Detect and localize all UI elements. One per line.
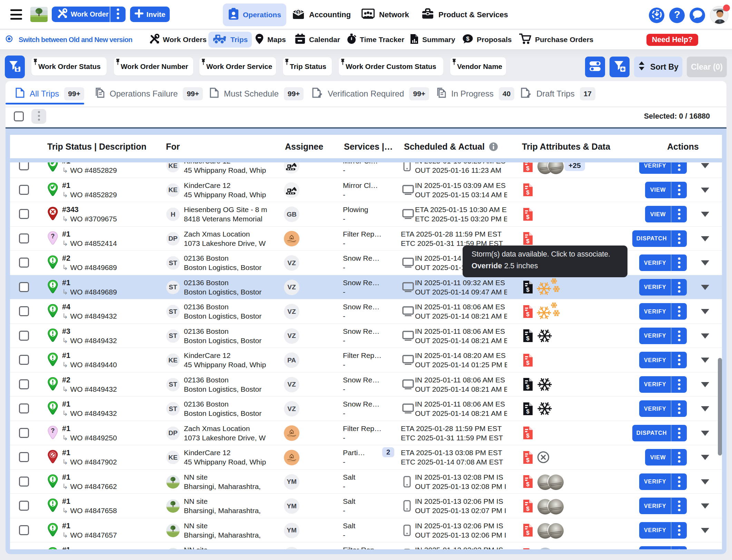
dispatch-button[interactable]: DISPATCH [632,425,687,441]
invoice-red-icon[interactable]: $ [523,523,533,537]
trip-photo[interactable] [537,547,552,550]
row-checkbox[interactable] [19,258,29,268]
action-kebab-button[interactable] [671,376,687,393]
expand-caret-icon[interactable] [701,503,709,509]
invoice-red-icon[interactable]: $ [523,450,533,464]
column-toggle-button[interactable] [585,57,605,77]
snowflake-icon[interactable] [537,401,553,417]
filter-chip-vendor-name[interactable]: Vendor Name [450,57,506,76]
filter-chip-trip-status[interactable]: Trip Status [283,57,332,76]
expand-caret-icon[interactable] [701,406,709,411]
nav-item-summary[interactable]: Summary [410,30,455,49]
trip-row[interactable]: #1↳ WO #4852829KEKinderCare 1245 Whippan… [10,162,722,178]
invoice-red-icon[interactable]: $ [523,304,533,319]
tab-draft-trips[interactable]: Draft Trips17 [521,81,595,107]
invoice-red-icon[interactable]: $ [523,231,533,246]
trip-row[interactable]: #1↳ WO #4847902KEKinderCare 1245 Whippan… [10,445,722,470]
expand-caret-icon[interactable] [701,455,709,460]
trip-row[interactable]: #1↳ WO #4847656NN siteBharsingi, Maharas… [10,542,722,549]
nav-item-purchase-orders[interactable]: Purchase Orders [519,30,593,49]
trip-row[interactable]: #2↳ WO #4849432ST02136 BostonBoston Logi… [10,372,722,397]
verify-button[interactable]: VERIFY [639,328,687,344]
cancel-circle-icon[interactable] [537,451,550,464]
top-menu-item-product-services[interactable]: Product & Services [422,0,508,29]
row-checkbox[interactable] [19,501,29,511]
snowflake-icon[interactable] [537,328,553,344]
action-kebab-button[interactable] [671,522,687,539]
saved-filters-button[interactable] [5,56,25,78]
trip-row[interactable]: #3↳ WO #4849432ST02136 BostonBoston Logi… [10,324,722,348]
action-kebab-button[interactable] [671,425,687,441]
tab-verification-required[interactable]: Verification Required99+ [312,81,429,107]
action-kebab-button[interactable] [671,254,687,271]
storm-tooltip[interactable]: Storm(s) data available. Click to associ… [463,246,627,277]
work-order-link[interactable]: ↳ WO #4849432 [62,337,117,345]
work-order-kebab-button[interactable] [110,7,126,22]
verify-button[interactable]: VERIFY [639,546,687,549]
trip-photos[interactable] [537,162,563,173]
invoice-red-icon[interactable]: $ [523,548,533,550]
row-checkbox[interactable] [19,525,29,535]
invoice-black-icon[interactable]: $ [523,402,533,416]
action-kebab-button[interactable] [671,400,687,417]
work-order-link[interactable]: ↳ WO #4852829 [62,191,117,199]
expand-caret-icon[interactable] [701,479,709,484]
expand-caret-icon[interactable] [701,309,709,314]
row-checkbox[interactable] [19,355,29,365]
need-help-button[interactable]: Need Help? [646,34,698,46]
invoice-red-icon[interactable]: $ [523,474,533,489]
view-button[interactable]: VIEW [645,182,687,198]
work-order-link[interactable]: ↳ WO #4849689 [62,288,117,296]
trip-row[interactable]: #1↳ WO #4847658NN siteBharsingi, Maharas… [10,494,722,518]
row-checkbox[interactable] [19,209,29,219]
action-kebab-button[interactable] [671,449,687,466]
top-menu-item-accounting[interactable]: $Accounting [292,0,351,29]
row-checkbox[interactable] [19,452,29,462]
invoice-red-icon[interactable]: $ [523,162,533,173]
row-checkbox[interactable] [19,185,29,195]
nav-item-maps[interactable]: Maps [255,30,286,49]
work-order-link[interactable]: ↳ WO #4847657 [62,531,117,539]
expand-caret-icon[interactable] [701,382,709,387]
row-checkbox[interactable] [19,233,29,243]
expand-caret-icon[interactable] [701,212,709,217]
invoice-red-icon[interactable]: $ [523,207,533,221]
trip-photos[interactable] [537,498,563,514]
action-kebab-button[interactable] [671,498,687,514]
expand-caret-icon[interactable] [701,163,709,168]
expand-caret-icon[interactable] [701,285,709,290]
nav-item-calendar[interactable]: Calendar [295,30,340,49]
action-kebab-button[interactable] [671,279,687,296]
row-checkbox[interactable] [19,331,29,341]
trip-row[interactable]: #1↳ WO #4847657NN siteBharsingi, Maharas… [10,518,722,543]
invoice-black-icon[interactable]: $ [523,329,533,343]
work-order-link[interactable]: ↳ WO #3709675 [62,215,117,223]
tab-in-progress[interactable]: In Progress40 [436,81,514,107]
view-button[interactable]: VIEW [645,206,687,222]
work-order-link[interactable]: ↳ WO #4849432 [62,385,117,393]
expand-caret-icon[interactable] [701,431,709,436]
nav-item-trips[interactable]: Trips [208,32,252,48]
row-checkbox[interactable] [19,282,29,292]
invoice-red-icon[interactable]: $ [523,353,533,367]
row-checkbox[interactable] [19,477,29,487]
bulk-actions-kebab-button[interactable] [31,109,46,124]
verify-button[interactable]: VERIFY [639,279,687,296]
invoice-red-icon[interactable]: $ [523,183,533,197]
verify-button[interactable]: VERIFY [639,303,687,320]
work-order-link[interactable]: ↳ WO #4849432 [62,409,117,418]
row-checkbox[interactable] [19,379,29,389]
trip-row[interactable]: #1↳ WO #4849689ST02136 BostonBoston Logi… [10,275,722,300]
filter-chip-work-order-number[interactable]: Work Order Number [114,57,193,76]
action-kebab-button[interactable] [671,162,687,174]
row-checkbox[interactable] [19,306,29,316]
expand-caret-icon[interactable] [701,260,709,266]
add-filter-button[interactable] [610,57,630,77]
top-menu-item-operations[interactable]: Operations [223,3,286,26]
action-kebab-button[interactable] [671,352,687,368]
verify-button[interactable]: VERIFY [639,473,687,490]
invoice-red-icon[interactable]: $ [523,499,533,513]
clear-filters-button[interactable]: Clear (0) [687,57,727,77]
trip-row[interactable]: #1↳ WO #4849440KEKinderCare 1245 Whippan… [10,348,722,372]
work-order-link[interactable]: ↳ WO #4847662 [62,482,117,491]
